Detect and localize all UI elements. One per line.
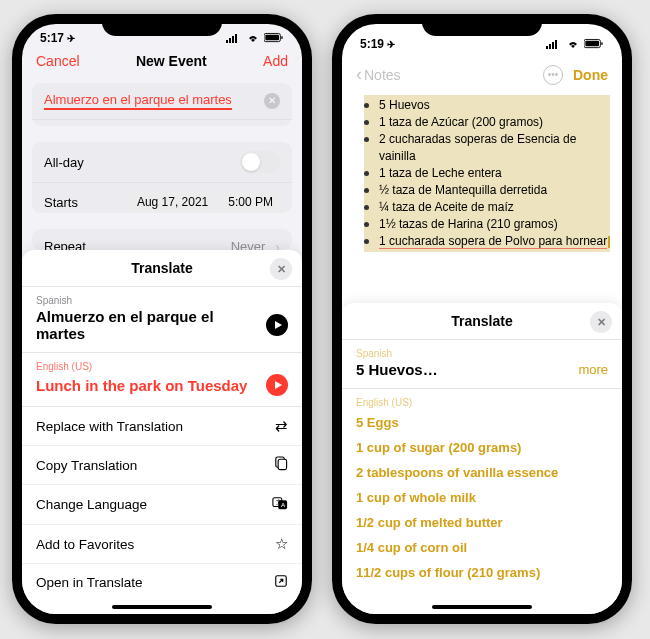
translate-icon: 文A [272,495,288,514]
text-cursor [608,236,610,248]
starts-date[interactable]: Aug 17, 2021 [130,192,215,212]
event-title-row[interactable]: Almuerzo en el parque el martes ✕ [32,83,292,120]
screen-notes: 5:19 ✈ ‹ Notes ••• Done 5 Huevos 1 taza [342,24,622,614]
home-indicator[interactable] [112,605,212,609]
wifi-icon [565,36,581,52]
bullet-icon [364,120,369,125]
chevron-right-icon: › [275,239,280,250]
svg-rect-3 [235,34,237,43]
target-item: 1/2 cup of melted butter [356,510,608,535]
note-text: 5 Huevos [379,97,610,114]
svg-rect-17 [555,40,557,49]
copy-action[interactable]: Copy Translation [22,446,302,485]
svg-rect-5 [265,35,279,40]
signal-icon [546,36,562,52]
note-text: 1 taza de Leche entera [379,165,610,182]
list-item: 1 taza de Leche entera [364,165,610,182]
phone-right: 5:19 ✈ ‹ Notes ••• Done 5 Huevos 1 taza [332,14,632,624]
note-body[interactable]: 5 Huevos 1 taza de Azúcar (200 gramos) 2… [342,91,622,303]
event-title-input[interactable]: Almuerzo en el parque el martes [44,92,232,110]
battery-icon [584,36,604,52]
list-item: 1½ tazas de Harina (210 gramos) [364,216,610,233]
play-source-button[interactable] [266,314,288,336]
allday-label: All-day [44,155,84,170]
note-selection: 5 Huevos 1 taza de Azúcar (200 gramos) 2… [364,95,610,252]
source-block: Spanish Almuerzo en el parque el martes [22,287,302,353]
notch [422,14,542,36]
location-icon: ✈ [387,39,395,50]
event-time-section: All-day Starts Aug 17, 2021 5:00 PM Ends… [32,142,292,212]
source-text: Almuerzo en el parque el martes [36,308,266,342]
svg-rect-8 [278,459,286,469]
phone-left: 5:17 ✈ Cancel New Event Add Almuerzo en … [12,14,312,624]
target-item: 1 cup of whole milk [356,485,608,510]
target-item: 1 cup of sugar (200 grams) [356,435,608,460]
action-label: Change Language [36,497,147,512]
clear-title-button[interactable]: ✕ [264,93,280,109]
note-text: ¼ taza de Aceite de maíz [379,199,610,216]
sheet-title: Translate [131,260,192,276]
sheet-close-button[interactable]: ✕ [270,258,292,280]
change-language-action[interactable]: Change Language 文A [22,485,302,525]
done-button[interactable]: Done [573,67,608,83]
target-block: English (US) 5 Eggs 1 cup of sugar (200 … [342,389,622,601]
more-button[interactable]: more [578,362,608,377]
open-external-icon [274,574,288,591]
bullet-icon [364,103,369,108]
list-item: ¼ taza de Aceite de maíz [364,199,610,216]
sheet-close-button[interactable]: ✕ [590,311,612,333]
status-indicators [546,36,604,52]
translate-sheet: Translate ✕ Spanish 5 Huevos… more Engli… [342,303,622,614]
replace-action[interactable]: Replace with Translation ⇄ [22,407,302,446]
source-text: 5 Huevos… [356,361,438,378]
source-block: Spanish 5 Huevos… more [342,340,622,389]
note-text: 1 cucharada sopera de Polvo para hornear [379,234,607,249]
starts-time[interactable]: 5:00 PM [221,192,280,212]
back-button[interactable]: ‹ Notes [356,64,401,85]
favorite-action[interactable]: Add to Favorites ☆ [22,525,302,564]
bullet-icon [364,137,369,142]
location-icon: ✈ [67,33,75,44]
action-list: Replace with Translation ⇄ Copy Translat… [22,407,302,601]
bullet-icon [364,188,369,193]
screen-calendar: 5:17 ✈ Cancel New Event Add Almuerzo en … [22,24,302,614]
source-lang-label: Spanish [356,348,608,359]
bullet-icon [364,222,369,227]
chevron-left-icon: ‹ [356,64,362,85]
star-icon: ☆ [275,535,288,553]
nav-title: New Event [136,53,207,69]
bullet-icon [364,171,369,176]
source-lang-label: Spanish [36,295,288,306]
target-item: 1/4 cup of corn oil [356,535,608,560]
target-lang-label: English (US) [356,397,608,408]
play-target-button[interactable] [266,374,288,396]
status-time: 5:17 [40,31,64,45]
add-button[interactable]: Add [263,53,288,69]
svg-rect-0 [226,40,228,43]
target-text: Lunch in the park on Tuesday [36,377,247,394]
allday-toggle[interactable] [240,151,280,173]
location-row[interactable]: Location or Video Call [32,120,292,127]
target-lang-label: English (US) [36,361,288,372]
list-item: 2 cucharadas soperas de Esencia de vaini… [364,131,610,165]
event-title-section: Almuerzo en el parque el martes ✕ Locati… [32,83,292,127]
repeat-row[interactable]: Repeat Never › [32,229,292,250]
more-button[interactable]: ••• [543,65,563,85]
target-item: 11/2 cups of flour (210 grams) [356,560,608,585]
open-translate-action[interactable]: Open in Translate [22,564,302,601]
cancel-button[interactable]: Cancel [36,53,80,69]
starts-label: Starts [44,195,78,210]
repeat-value: Never [231,239,266,250]
svg-rect-1 [229,38,231,43]
starts-row[interactable]: Starts Aug 17, 2021 5:00 PM [32,183,292,212]
copy-icon [273,456,288,474]
list-item: 5 Huevos [364,97,610,114]
action-label: Copy Translation [36,458,137,473]
action-label: Open in Translate [36,575,143,590]
note-text: 2 cucharadas soperas de Esencia de vaini… [379,131,610,165]
home-indicator[interactable] [432,605,532,609]
translate-sheet: Translate ✕ Spanish Almuerzo en el parqu… [22,250,302,614]
svg-rect-19 [585,41,599,46]
list-item: 1 taza de Azúcar (200 gramos) [364,114,610,131]
list-item: ½ taza de Mantequilla derretida [364,182,610,199]
